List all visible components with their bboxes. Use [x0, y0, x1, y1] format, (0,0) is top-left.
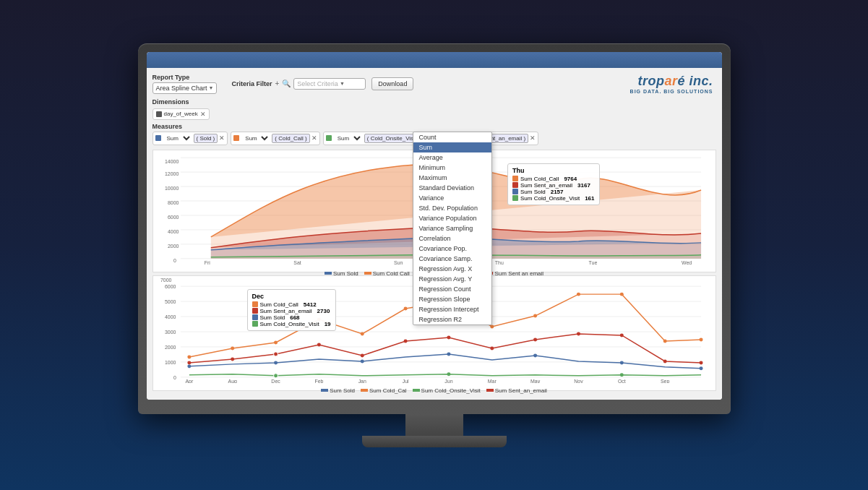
- svg-point-46: [576, 292, 580, 296]
- dimension-tag: day_of_week ✕: [152, 108, 210, 120]
- svg-point-51: [231, 357, 234, 361]
- legend-color-sold: [325, 272, 332, 275]
- tooltip2-label-sold: Sum Sold: [260, 314, 285, 321]
- tooltip-color-onsite: [512, 195, 518, 201]
- svg-point-48: [663, 339, 666, 343]
- svg-point-64: [274, 361, 278, 364]
- dim-color-box: [156, 111, 162, 117]
- legend2-label-onsite: Sum Cold_Onsite_Visit: [421, 387, 481, 394]
- tooltip2-color-coldcall: [252, 301, 258, 307]
- dropdown-item-var-samp[interactable]: Variance Sampling: [413, 223, 491, 233]
- tooltip2-val-sold: 668: [290, 314, 299, 321]
- legend2-color-coldcall: [361, 389, 368, 392]
- svg-text:8000: 8000: [167, 200, 179, 205]
- dropdown-item-cov-pop[interactable]: Covariance Pop.: [413, 244, 491, 254]
- dim-remove-icon[interactable]: ✕: [200, 111, 206, 118]
- svg-text:12000: 12000: [164, 171, 179, 176]
- search-criteria-button[interactable]: 🔍: [282, 79, 291, 87]
- dropdown-item-reg-avgx[interactable]: Regression Avg. X: [413, 264, 491, 274]
- chart2-tooltip: Dec Sum Cold_Call 5412 Sum Sent_an_email…: [247, 289, 336, 331]
- dropdown-item-reg-slope[interactable]: Regression Slope: [413, 294, 491, 304]
- brand-name: troparé inc.: [630, 74, 713, 89]
- measure-dropdown[interactable]: Count Sum Average Minimum Maximum Standa…: [413, 132, 492, 325]
- svg-point-63: [187, 364, 191, 368]
- svg-text:Jun: Jun: [444, 378, 452, 382]
- svg-point-70: [273, 373, 278, 377]
- svg-point-42: [403, 306, 407, 310]
- measure-agg-sold[interactable]: Sum: [163, 134, 192, 142]
- dim-tag-label: day_of_week: [164, 111, 198, 117]
- measure-remove-coldcall[interactable]: ✕: [311, 134, 317, 142]
- svg-point-58: [533, 338, 537, 341]
- svg-text:Apr: Apr: [185, 378, 194, 382]
- tooltip-row-coldcall: Sum Cold_Call 9764: [512, 176, 594, 182]
- measure-remove-sold[interactable]: ✕: [219, 134, 225, 142]
- dropdown-item-minimum[interactable]: Minimum: [413, 163, 491, 173]
- svg-text:Jan: Jan: [358, 378, 366, 382]
- tooltip-color-coldcall: [512, 176, 518, 181]
- dropdown-item-average[interactable]: Average: [413, 152, 491, 163]
- monitor-border: troparé inc. BIG DATA. BIG SOLUTIONS Rep…: [138, 43, 731, 414]
- svg-text:Sun: Sun: [393, 259, 403, 265]
- svg-text:Sat: Sat: [293, 259, 301, 265]
- legend2-color-onsite: [413, 389, 420, 392]
- svg-point-72: [619, 373, 623, 377]
- svg-point-68: [619, 361, 623, 364]
- tooltip-label-onsite: Sum Cold_Onsite_Visit: [520, 195, 580, 202]
- measure-remove-email[interactable]: ✕: [530, 134, 536, 142]
- tooltip2-label-onsite: Sum Cold_Onsite_Visit: [260, 321, 319, 327]
- legend2-item-sold: Sum Sold: [321, 387, 355, 394]
- dropdown-item-variance[interactable]: Variance: [413, 193, 491, 203]
- criteria-select[interactable]: Select Criteria ▼: [293, 78, 366, 90]
- measure-agg-onsite[interactable]: Sum: [333, 134, 363, 142]
- tooltip-label-email: Sum Sent_an_email: [520, 182, 572, 189]
- svg-point-65: [360, 359, 364, 363]
- dropdown-item-reg-count[interactable]: Regression Count: [413, 284, 491, 294]
- svg-point-45: [533, 314, 537, 317]
- measure-color-sold: [155, 135, 161, 141]
- svg-point-71: [447, 372, 450, 376]
- legend2-label-sold: Sum Sold: [330, 387, 355, 394]
- report-type-row: Area Spline Chart ▼: [152, 82, 218, 94]
- svg-text:Oct: Oct: [617, 378, 625, 382]
- dropdown-item-stddev[interactable]: Standard Deviation: [413, 183, 491, 193]
- svg-text:Aug: Aug: [228, 378, 237, 382]
- dropdown-item-var-pop[interactable]: Variance Population: [413, 213, 491, 223]
- download-button[interactable]: Download: [371, 77, 413, 90]
- measure-agg-coldcall[interactable]: Sum: [241, 134, 270, 142]
- report-type-section: Report Type Area Spline Chart ▼: [152, 74, 218, 94]
- tooltip-row-onsite: Sum Cold_Onsite_Visit 161: [512, 195, 594, 202]
- measure-item-sold: Sum ( Sold ) ✕: [152, 132, 228, 145]
- tooltip2-row-sold: Sum Sold 668: [252, 314, 331, 321]
- tooltip2-row-coldcall: Sum Cold_Call 5412: [252, 301, 331, 308]
- chart1-tooltip-title: Thu: [512, 167, 594, 174]
- monitor-base: [362, 436, 507, 447]
- measure-field-sold: ( Sold ): [194, 134, 218, 143]
- svg-point-62: [699, 361, 702, 364]
- svg-text:May: May: [530, 378, 541, 382]
- dropdown-item-reg-avgy[interactable]: Regression Avg. Y: [413, 274, 491, 284]
- add-criteria-button[interactable]: +: [275, 79, 280, 87]
- report-type-select[interactable]: Area Spline Chart ▼: [152, 82, 218, 94]
- legend2-color-email: [486, 389, 494, 392]
- tooltip-val-coldcall: 9764: [564, 176, 577, 182]
- svg-point-67: [533, 353, 537, 357]
- svg-point-39: [274, 340, 278, 344]
- dropdown-item-cov-samp[interactable]: Covariance Samp.: [413, 254, 491, 264]
- dropdown-item-reg-r2[interactable]: Regression R2: [413, 314, 491, 324]
- tooltip2-color-sold: [252, 314, 258, 320]
- dropdown-item-correlation[interactable]: Correlation: [413, 233, 491, 244]
- dropdown-item-reg-intercept[interactable]: Regression Intercept: [413, 304, 491, 314]
- dropdown-item-stddev-pop[interactable]: Std. Dev. Population: [413, 203, 491, 213]
- criteria-section: Criteria Filter + 🔍 Select Criteria ▼: [231, 78, 366, 90]
- dropdown-item-sum[interactable]: Sum: [413, 142, 491, 152]
- dropdown-item-count[interactable]: Count: [413, 132, 491, 142]
- measure-item-coldcall: Sum ( Cold_Call ) ✕: [231, 132, 319, 145]
- svg-point-55: [403, 339, 407, 343]
- svg-point-49: [699, 338, 702, 341]
- report-type-label: Report Type: [152, 74, 218, 81]
- svg-point-47: [619, 292, 623, 296]
- svg-text:Thu: Thu: [494, 259, 503, 265]
- dimensions-row: Dimensions day_of_week ✕: [152, 98, 716, 120]
- dropdown-item-maximum[interactable]: Maximum: [413, 173, 491, 183]
